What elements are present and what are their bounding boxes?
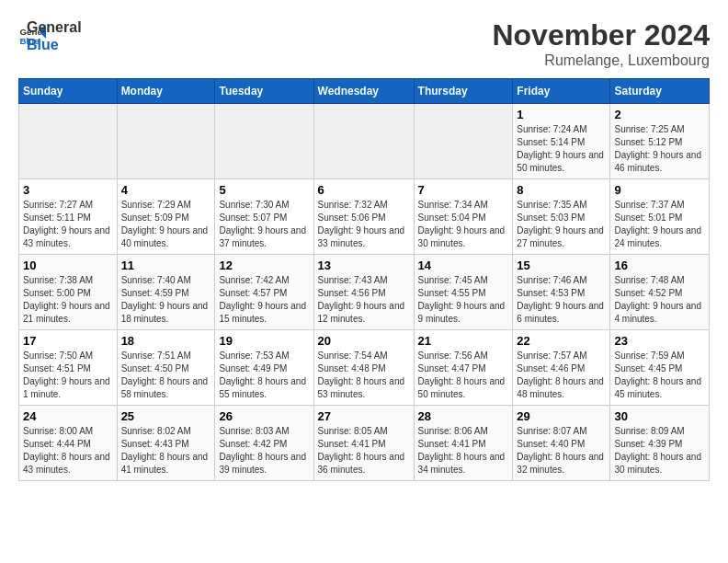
calendar-cell xyxy=(19,104,118,179)
calendar-cell: 16 Sunrise: 7:48 AMSunset: 4:52 PMDaylig… xyxy=(610,255,710,330)
day-number: 14 xyxy=(418,259,509,272)
calendar-cell: 1 Sunrise: 7:24 AMSunset: 5:14 PMDayligh… xyxy=(513,104,610,179)
day-detail: Sunrise: 7:48 AMSunset: 4:52 PMDaylight:… xyxy=(614,274,705,326)
day-detail: Sunrise: 7:43 AMSunset: 4:56 PMDaylight:… xyxy=(318,274,410,326)
calendar-cell: 6 Sunrise: 7:32 AMSunset: 5:06 PMDayligh… xyxy=(313,179,414,255)
calendar-cell: 14 Sunrise: 7:45 AMSunset: 4:55 PMDaylig… xyxy=(414,255,513,330)
calendar-cell: 21 Sunrise: 7:56 AMSunset: 4:47 PMDaylig… xyxy=(414,330,513,406)
calendar-cell: 12 Sunrise: 7:42 AMSunset: 4:57 PMDaylig… xyxy=(215,255,313,330)
day-detail: Sunrise: 8:07 AMSunset: 4:40 PMDaylight:… xyxy=(517,425,606,477)
day-detail: Sunrise: 7:51 AMSunset: 4:50 PMDaylight:… xyxy=(121,350,211,401)
calendar-cell: 29 Sunrise: 8:07 AMSunset: 4:40 PMDaylig… xyxy=(513,406,610,481)
calendar-cell: 20 Sunrise: 7:54 AMSunset: 4:48 PMDaylig… xyxy=(313,330,414,406)
calendar-cell: 4 Sunrise: 7:29 AMSunset: 5:09 PMDayligh… xyxy=(117,179,215,255)
day-number: 7 xyxy=(418,183,509,197)
location: Rumelange, Luxembourg xyxy=(492,52,710,69)
day-number: 13 xyxy=(318,259,410,272)
logo: General Blue General Blue xyxy=(18,18,82,53)
day-number: 2 xyxy=(614,108,705,121)
day-detail: Sunrise: 7:24 AMSunset: 5:14 PMDaylight:… xyxy=(517,123,606,175)
week-row-1: 1 Sunrise: 7:24 AMSunset: 5:14 PMDayligh… xyxy=(19,104,710,179)
calendar-cell: 9 Sunrise: 7:37 AMSunset: 5:01 PMDayligh… xyxy=(610,179,710,255)
calendar-cell xyxy=(215,104,313,179)
calendar-cell: 28 Sunrise: 8:06 AMSunset: 4:41 PMDaylig… xyxy=(414,406,513,481)
calendar-cell: 17 Sunrise: 7:50 AMSunset: 4:51 PMDaylig… xyxy=(19,330,118,406)
day-number: 16 xyxy=(614,259,705,272)
calendar-cell: 13 Sunrise: 7:43 AMSunset: 4:56 PMDaylig… xyxy=(313,255,414,330)
calendar-cell: 19 Sunrise: 7:53 AMSunset: 4:49 PMDaylig… xyxy=(215,330,313,406)
day-detail: Sunrise: 7:50 AMSunset: 4:51 PMDaylight:… xyxy=(23,350,113,401)
day-detail: Sunrise: 8:03 AMSunset: 4:42 PMDaylight:… xyxy=(219,425,309,477)
day-number: 11 xyxy=(121,259,211,272)
day-number: 28 xyxy=(418,409,509,423)
calendar-cell: 24 Sunrise: 8:00 AMSunset: 4:44 PMDaylig… xyxy=(19,406,118,481)
day-detail: Sunrise: 8:00 AMSunset: 4:44 PMDaylight:… xyxy=(23,425,113,477)
day-detail: Sunrise: 7:25 AMSunset: 5:12 PMDaylight:… xyxy=(614,123,705,175)
day-number: 20 xyxy=(318,334,410,348)
day-detail: Sunrise: 7:42 AMSunset: 4:57 PMDaylight:… xyxy=(219,274,309,326)
day-detail: Sunrise: 8:02 AMSunset: 4:43 PMDaylight:… xyxy=(121,425,211,477)
day-number: 23 xyxy=(614,334,705,348)
week-row-5: 24 Sunrise: 8:00 AMSunset: 4:44 PMDaylig… xyxy=(19,406,710,481)
header-day-friday: Friday xyxy=(513,79,610,104)
day-detail: Sunrise: 7:46 AMSunset: 4:53 PMDaylight:… xyxy=(517,274,606,326)
day-detail: Sunrise: 7:29 AMSunset: 5:09 PMDaylight:… xyxy=(121,199,211,250)
day-detail: Sunrise: 7:37 AMSunset: 5:01 PMDaylight:… xyxy=(614,199,705,250)
calendar-cell: 8 Sunrise: 7:35 AMSunset: 5:03 PMDayligh… xyxy=(513,179,610,255)
day-number: 27 xyxy=(318,409,410,423)
day-detail: Sunrise: 7:38 AMSunset: 5:00 PMDaylight:… xyxy=(23,274,113,326)
calendar-cell: 23 Sunrise: 7:59 AMSunset: 4:45 PMDaylig… xyxy=(610,330,710,406)
header-day-tuesday: Tuesday xyxy=(215,79,313,104)
header-row: SundayMondayTuesdayWednesdayThursdayFrid… xyxy=(19,79,710,104)
day-number: 5 xyxy=(219,183,309,197)
calendar-header: SundayMondayTuesdayWednesdayThursdayFrid… xyxy=(19,79,710,104)
day-detail: Sunrise: 8:05 AMSunset: 4:41 PMDaylight:… xyxy=(318,425,410,477)
calendar-cell: 5 Sunrise: 7:30 AMSunset: 5:07 PMDayligh… xyxy=(215,179,313,255)
calendar-table: SundayMondayTuesdayWednesdayThursdayFrid… xyxy=(18,78,710,481)
week-row-3: 10 Sunrise: 7:38 AMSunset: 5:00 PMDaylig… xyxy=(19,255,710,330)
day-number: 22 xyxy=(517,334,606,348)
day-detail: Sunrise: 7:45 AMSunset: 4:55 PMDaylight:… xyxy=(418,274,509,326)
day-number: 30 xyxy=(614,409,705,423)
header-day-thursday: Thursday xyxy=(414,79,513,104)
day-detail: Sunrise: 8:06 AMSunset: 4:41 PMDaylight:… xyxy=(418,425,509,477)
logo-general: General xyxy=(27,18,82,36)
day-number: 15 xyxy=(517,259,606,272)
calendar-cell: 2 Sunrise: 7:25 AMSunset: 5:12 PMDayligh… xyxy=(610,104,710,179)
header-day-monday: Monday xyxy=(117,79,215,104)
day-detail: Sunrise: 7:56 AMSunset: 4:47 PMDaylight:… xyxy=(418,350,509,401)
month-title: November 2024 xyxy=(492,18,710,52)
day-number: 25 xyxy=(121,409,211,423)
week-row-4: 17 Sunrise: 7:50 AMSunset: 4:51 PMDaylig… xyxy=(19,330,710,406)
day-number: 4 xyxy=(121,183,211,197)
day-number: 18 xyxy=(121,334,211,348)
day-number: 17 xyxy=(23,334,113,348)
day-number: 26 xyxy=(219,409,309,423)
day-number: 24 xyxy=(23,409,113,423)
day-detail: Sunrise: 7:35 AMSunset: 5:03 PMDaylight:… xyxy=(517,199,606,250)
day-detail: Sunrise: 7:59 AMSunset: 4:45 PMDaylight:… xyxy=(614,350,705,401)
calendar-cell: 30 Sunrise: 8:09 AMSunset: 4:39 PMDaylig… xyxy=(610,406,710,481)
day-detail: Sunrise: 7:30 AMSunset: 5:07 PMDaylight:… xyxy=(219,199,309,250)
day-detail: Sunrise: 7:54 AMSunset: 4:48 PMDaylight:… xyxy=(318,350,410,401)
calendar-cell: 7 Sunrise: 7:34 AMSunset: 5:04 PMDayligh… xyxy=(414,179,513,255)
calendar-cell xyxy=(117,104,215,179)
day-detail: Sunrise: 8:09 AMSunset: 4:39 PMDaylight:… xyxy=(614,425,705,477)
day-number: 19 xyxy=(219,334,309,348)
day-number: 8 xyxy=(517,183,606,197)
day-number: 10 xyxy=(23,259,113,272)
calendar-cell: 27 Sunrise: 8:05 AMSunset: 4:41 PMDaylig… xyxy=(313,406,414,481)
calendar-cell xyxy=(414,104,513,179)
logo-blue: Blue xyxy=(27,36,82,53)
day-number: 21 xyxy=(418,334,509,348)
calendar-body: 1 Sunrise: 7:24 AMSunset: 5:14 PMDayligh… xyxy=(19,104,710,481)
calendar-cell: 10 Sunrise: 7:38 AMSunset: 5:00 PMDaylig… xyxy=(19,255,118,330)
calendar-cell: 22 Sunrise: 7:57 AMSunset: 4:46 PMDaylig… xyxy=(513,330,610,406)
calendar-cell: 15 Sunrise: 7:46 AMSunset: 4:53 PMDaylig… xyxy=(513,255,610,330)
header-day-saturday: Saturday xyxy=(610,79,710,104)
day-detail: Sunrise: 7:27 AMSunset: 5:11 PMDaylight:… xyxy=(23,199,113,250)
day-detail: Sunrise: 7:40 AMSunset: 4:59 PMDaylight:… xyxy=(121,274,211,326)
header-day-wednesday: Wednesday xyxy=(313,79,414,104)
calendar-cell: 18 Sunrise: 7:51 AMSunset: 4:50 PMDaylig… xyxy=(117,330,215,406)
day-number: 29 xyxy=(517,409,606,423)
